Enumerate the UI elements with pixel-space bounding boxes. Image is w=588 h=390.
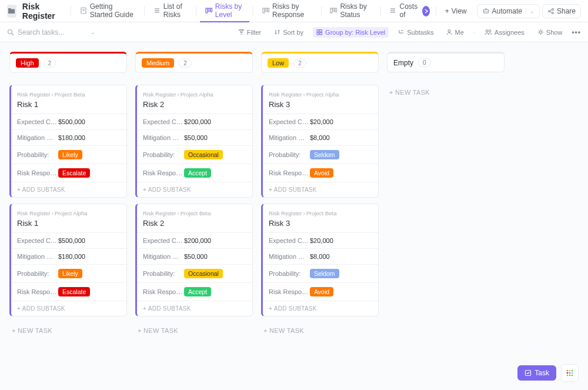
field-label: Risk Respo… [143, 169, 184, 176]
svg-point-43 [572, 372, 573, 374]
field-row: Risk Respo…Escalate [11, 164, 126, 182]
field-label: Mitigation … [269, 134, 310, 141]
apps-fab[interactable] [561, 364, 579, 382]
me-button[interactable]: Me [443, 27, 467, 38]
field-row: Mitigation …$180,000 [11, 248, 126, 264]
add-subtask-button[interactable]: + ADD SUBTASK [11, 182, 126, 197]
field-row: Expected C…$20,000 [263, 114, 378, 129]
filter-button[interactable]: Filter [235, 27, 265, 38]
add-subtask-button[interactable]: + ADD SUBTASK [263, 182, 378, 197]
task-card[interactable]: Risk Register›Project BetaRisk 2Expected… [135, 204, 253, 316]
svg-point-24 [552, 12, 553, 14]
add-view-button[interactable]: + View [440, 4, 472, 18]
field-value: $180,000 [58, 253, 85, 260]
new-task-fab[interactable]: Task [517, 365, 556, 381]
toolbar: Search tasks... ⌄ Filter Sort by Group b… [0, 22, 588, 42]
tab-label: Risks by Status [340, 2, 372, 19]
field-row: Probability:Occasional [137, 145, 252, 164]
filter-label: Filter [247, 29, 261, 36]
field-label: Probability: [269, 270, 310, 277]
task-card[interactable]: Risk Register›Project BetaRisk 3Expected… [261, 204, 379, 316]
add-subtask-button[interactable]: + ADD SUBTASK [137, 182, 252, 197]
add-subtask-button[interactable]: + ADD SUBTASK [11, 301, 126, 316]
assignees-button[interactable]: Assignees [481, 27, 528, 38]
field-label: Expected C… [269, 118, 310, 125]
field-value: $50,000 [184, 134, 208, 141]
subtasks-button[interactable]: Subtasks [395, 27, 437, 38]
svg-line-25 [550, 9, 552, 11]
tag: Avoid [310, 168, 333, 178]
task-card[interactable]: Risk Register›Project AlphaRisk 3Expecte… [261, 85, 379, 198]
column-header[interactable]: Empty0 [387, 52, 505, 72]
field-row: Probability:Likely [11, 264, 126, 282]
tab-getting-started[interactable]: Getting Started Guide [75, 0, 141, 22]
tag: Seldom [310, 269, 339, 278]
card-title: Risk 2 [143, 219, 246, 228]
board-icon [205, 6, 213, 15]
count-badge: 2 [293, 59, 306, 68]
add-subtask-button[interactable]: + ADD SUBTASK [137, 301, 252, 316]
task-card[interactable]: Risk Register›Project AlphaRisk 2Expecte… [135, 85, 253, 198]
svg-point-19 [485, 11, 486, 12]
new-task-button[interactable]: + NEW TASK [261, 322, 379, 339]
search-input[interactable]: Search tasks... ⌄ [7, 28, 95, 36]
column-low: Low2Risk Register›Project AlphaRisk 3Exp… [261, 52, 379, 381]
tab-list-of-risks[interactable]: List of Risks [148, 0, 192, 22]
svg-point-36 [539, 31, 542, 34]
more-tabs-button[interactable] [422, 6, 430, 16]
add-subtask-button[interactable]: + ADD SUBTASK [263, 301, 378, 316]
new-task-button[interactable]: + NEW TASK [135, 322, 253, 339]
field-value: $20,000 [310, 118, 333, 125]
column-header[interactable]: Medium2 [135, 52, 253, 73]
breadcrumb: Risk Register›Project Alpha [17, 210, 121, 216]
field-row: Risk Respo…Avoid [263, 282, 378, 301]
tag: Accept [184, 168, 211, 178]
more-options-button[interactable]: ••• [572, 28, 581, 36]
svg-rect-14 [335, 8, 337, 12]
svg-point-22 [548, 10, 550, 12]
show-button[interactable]: Show [534, 27, 566, 38]
field-value: $8,000 [310, 253, 330, 260]
field-value: $8,000 [310, 134, 330, 141]
tab-risks-by-level[interactable]: Risks by Level [200, 0, 249, 22]
field-label: Risk Respo… [269, 288, 310, 295]
sort-button[interactable]: Sort by [270, 27, 307, 38]
tag: Avoid [310, 287, 333, 296]
field-label: Probability: [17, 151, 58, 158]
field-value: $200,000 [184, 237, 211, 244]
field-row: Expected C…$200,000 [137, 114, 252, 129]
tab-risks-by-status[interactable]: Risks by Status [325, 0, 376, 22]
task-icon [524, 369, 532, 376]
field-row: Expected C…$200,000 [137, 232, 252, 248]
task-card[interactable]: Risk Register›Project AlphaRisk 1Expecte… [9, 204, 127, 316]
automate-label: Automate [492, 7, 522, 15]
svg-rect-11 [268, 8, 269, 12]
show-label: Show [546, 29, 563, 36]
svg-rect-9 [263, 8, 265, 13]
new-task-button[interactable]: + NEW TASK [9, 322, 127, 339]
column-header[interactable]: High2 [9, 52, 127, 73]
card-title: Risk 3 [269, 100, 372, 109]
group-by-button[interactable]: Group by: Risk Level [313, 27, 389, 38]
svg-rect-12 [330, 8, 332, 13]
fab-row: Task [517, 364, 579, 382]
tag: Occasional [184, 269, 223, 278]
search-placeholder: Search tasks... [18, 28, 64, 36]
automate-button[interactable]: Automate ⌄ [477, 4, 540, 18]
tag: Likely [58, 269, 82, 278]
share-button[interactable]: Share [542, 4, 581, 18]
folder-icon [7, 5, 16, 18]
svg-point-34 [486, 30, 488, 32]
task-card[interactable]: Risk Register›Project BetaRisk 1Expected… [9, 85, 127, 198]
tab-costs-of[interactable]: Costs of [384, 0, 419, 22]
new-task-button[interactable]: + NEW TASK [387, 84, 505, 101]
share-label: Share [557, 7, 576, 15]
svg-point-35 [489, 30, 491, 32]
tag: Escalate [58, 287, 90, 296]
gear-icon [537, 29, 544, 35]
breadcrumb: Risk Register›Project Beta [269, 210, 372, 216]
svg-point-33 [448, 30, 450, 32]
field-label: Probability: [143, 270, 184, 277]
tab-risks-by-response[interactable]: Risks by Response [257, 0, 318, 22]
column-header[interactable]: Low2 [261, 52, 379, 73]
